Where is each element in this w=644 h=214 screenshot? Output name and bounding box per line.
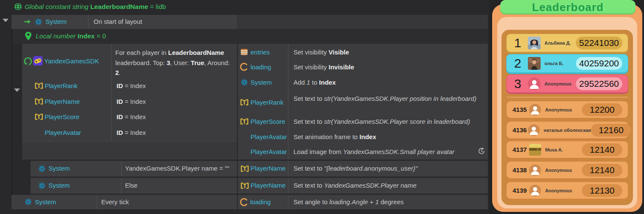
action-object[interactable]: System (251, 79, 272, 86)
action-object[interactable]: PlayerName (251, 165, 286, 172)
cell-divider (97, 195, 97, 209)
condition-text: ID = Index (117, 129, 146, 136)
yandex-sdk-icon (33, 56, 43, 66)
entries-icon (241, 49, 248, 55)
condition-object: YandexGamesSDK (44, 57, 99, 65)
event-on-start[interactable]: System On start of layout (11, 15, 237, 29)
player-name: Anonymous (544, 81, 572, 86)
action-object[interactable]: PlayerName (251, 182, 286, 189)
condition-text: ID = Index (117, 98, 146, 105)
cell-divider (288, 161, 288, 177)
app-window: Global constant string LeaderboardName =… (0, 0, 644, 214)
player-avatar (529, 144, 541, 156)
condition-object[interactable]: PlayerName (45, 98, 80, 105)
text-icon (240, 99, 248, 107)
action-object[interactable]: loading (250, 198, 271, 205)
event-every-tick[interactable]: System Every tick loading Set angle to l… (11, 195, 488, 209)
loading-icon (240, 198, 248, 208)
global-variable-row[interactable]: Global constant string LeaderboardName =… (0, 0, 488, 14)
player-name: ольга Б. (544, 61, 564, 66)
action-text[interactable]: Set text to YandexGamesSDK.Player name (294, 182, 416, 189)
condition-text: On start of layout (94, 18, 142, 25)
action-text[interactable]: Set text to "{leaderboard.anonymous_user… (294, 165, 418, 172)
action-object[interactable]: entries (251, 49, 270, 56)
local-variable-text[interactable]: Local number Index = 0 (36, 32, 106, 40)
gear-icon (38, 165, 46, 174)
action-object[interactable]: loading (251, 63, 271, 71)
leaderboard-row: 4139 Anonymous 12130 (506, 182, 628, 199)
event-else[interactable]: System Else PlayerName Set text to Yande… (31, 178, 488, 194)
player-avatar (528, 37, 541, 49)
cell-divider (288, 44, 288, 160)
rank-label: 4139 (511, 187, 527, 194)
event-on-start-actions-area[interactable] (237, 15, 488, 29)
action-text[interactable]: Set animation frame to Index (294, 133, 376, 140)
rank-label: 3 (511, 77, 524, 91)
cell-divider (288, 178, 288, 194)
top3-divider (507, 97, 628, 98)
condition-text: For each player in LeaderboardName leade… (115, 48, 235, 78)
condition-object[interactable]: PlayerRank (45, 82, 78, 89)
action-object[interactable]: PlayerRank (251, 99, 284, 106)
condition-object[interactable]: PlayerScore (45, 113, 80, 120)
condition-text: ID = Index (117, 113, 146, 120)
action-text[interactable]: Add 1 to Index (294, 79, 336, 86)
cell-divider (121, 161, 122, 177)
action-text[interactable]: Load image from YandexGamesSDK.Small pla… (294, 148, 454, 155)
text-icon (241, 165, 249, 174)
score-pill: 29522560 (576, 77, 622, 90)
score-pill: 12200 (582, 103, 622, 116)
action-text[interactable]: Set text to str(YandexGamesSDK.Player po… (294, 94, 484, 103)
leaderboard-row: 1 Альбина Д. 52241030 (506, 34, 628, 52)
action-text[interactable]: Set angle to loading.Angle + 1 degrees (294, 198, 404, 205)
text-icon (240, 118, 248, 126)
condition-object: System (48, 182, 70, 189)
condition-text: ID = Index (117, 82, 146, 89)
action-text[interactable]: Set text to str(YandexGamesSDK.Player sc… (294, 118, 487, 125)
event-foreach[interactable]: YandexGamesSDK For each player in Leader… (22, 44, 488, 160)
leaderboard-row: 4138 Anonymous 12140 (506, 161, 628, 179)
text-icon (241, 183, 249, 191)
global-variable-text: Global constant string LeaderboardName =… (25, 3, 166, 11)
rank-label: 4138 (511, 166, 527, 174)
leaderboard-row: 2 ольга Б. 40259200 (506, 54, 628, 73)
async-icon (478, 147, 485, 157)
anonymous-avatar-icon (529, 164, 541, 176)
globe-icon (14, 3, 22, 11)
player-name: Anonymous (545, 107, 572, 112)
column-seam (237, 161, 238, 177)
cell-divider (288, 195, 288, 209)
anonymous-avatar-icon (528, 77, 541, 90)
anonymous-avatar-icon (528, 124, 540, 136)
player-avatar (528, 57, 541, 70)
rank-label: 2 (511, 56, 524, 71)
score-pill: 40259200 (576, 57, 622, 70)
rank-label: 4137 (511, 146, 527, 153)
goto-arrow-icon (23, 18, 31, 27)
event-sheet: Global constant string LeaderboardName =… (0, 0, 491, 214)
action-text[interactable]: Set visibility Invisible (294, 63, 354, 71)
collapse-icon[interactable] (14, 88, 20, 92)
column-seam (237, 178, 238, 194)
score-pill: 12140 (582, 164, 622, 177)
collapse-icon[interactable] (3, 19, 9, 22)
text-icon (35, 114, 43, 122)
action-text[interactable]: Set visibility Visible (294, 49, 349, 56)
anonymous-avatar-icon (529, 104, 541, 116)
condition-object: System (35, 198, 56, 205)
leaderboard-title: Leaderboard (532, 1, 604, 14)
text-icon (35, 83, 43, 91)
score-pill: 52241030 (576, 37, 622, 49)
pin-icon (25, 31, 32, 43)
action-object[interactable]: PlayerScore (251, 118, 285, 125)
action-object[interactable]: PlayerAvatar (251, 133, 287, 140)
leaderboard-row: 3 Anonymous 29522560 (506, 74, 628, 93)
leaderboard-row: 4136 наталья оболенская 12160 (506, 121, 628, 139)
condition-object[interactable]: PlayerAvatar (45, 129, 81, 136)
action-object[interactable]: PlayerAvatar (251, 148, 287, 155)
event-name-empty[interactable]: System YandexGamesSDK.Player name = "" P… (31, 161, 488, 177)
loading-icon (240, 63, 248, 73)
gear-icon (38, 182, 46, 191)
cell-divider (111, 44, 112, 141)
condition-object: System (48, 165, 70, 172)
